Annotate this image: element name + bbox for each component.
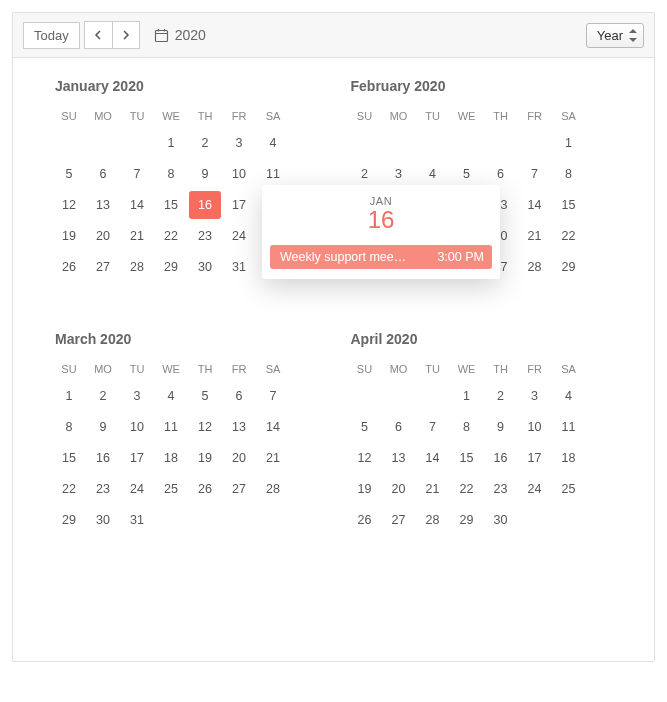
day-cell[interactable]: 15 bbox=[451, 444, 483, 472]
day-cell[interactable]: 31 bbox=[121, 506, 153, 534]
day-cell[interactable]: 6 bbox=[223, 382, 255, 410]
day-cell[interactable]: 8 bbox=[53, 413, 85, 441]
day-cell[interactable]: 5 bbox=[189, 382, 221, 410]
day-cell[interactable]: 5 bbox=[349, 413, 381, 441]
day-cell[interactable]: 7 bbox=[519, 160, 551, 188]
day-cell[interactable]: 6 bbox=[383, 413, 415, 441]
day-cell[interactable]: 13 bbox=[383, 444, 415, 472]
day-cell[interactable]: 7 bbox=[257, 382, 289, 410]
day-cell[interactable]: 5 bbox=[451, 160, 483, 188]
day-cell[interactable]: 1 bbox=[553, 129, 585, 157]
day-cell[interactable]: 22 bbox=[155, 222, 187, 250]
day-cell[interactable]: 19 bbox=[189, 444, 221, 472]
day-cell[interactable]: 20 bbox=[383, 475, 415, 503]
day-cell[interactable]: 28 bbox=[257, 475, 289, 503]
day-cell[interactable]: 7 bbox=[417, 413, 449, 441]
day-cell[interactable]: 4 bbox=[257, 129, 289, 157]
prev-button[interactable] bbox=[84, 21, 112, 49]
day-cell[interactable]: 14 bbox=[257, 413, 289, 441]
day-cell[interactable]: 3 bbox=[519, 382, 551, 410]
day-cell[interactable]: 12 bbox=[53, 191, 85, 219]
day-cell[interactable]: 4 bbox=[417, 160, 449, 188]
day-cell[interactable]: 30 bbox=[189, 253, 221, 281]
day-cell[interactable]: 3 bbox=[223, 129, 255, 157]
day-cell[interactable]: 29 bbox=[53, 506, 85, 534]
day-cell[interactable]: 20 bbox=[87, 222, 119, 250]
next-button[interactable] bbox=[112, 21, 140, 49]
day-cell[interactable]: 29 bbox=[155, 253, 187, 281]
day-cell[interactable]: 16 bbox=[87, 444, 119, 472]
day-cell[interactable]: 23 bbox=[87, 475, 119, 503]
day-cell[interactable]: 29 bbox=[553, 253, 585, 281]
today-button[interactable]: Today bbox=[23, 22, 80, 49]
day-cell[interactable]: 24 bbox=[519, 475, 551, 503]
day-cell[interactable]: 2 bbox=[485, 382, 517, 410]
day-cell[interactable]: 12 bbox=[189, 413, 221, 441]
day-cell[interactable]: 13 bbox=[87, 191, 119, 219]
day-cell[interactable]: 11 bbox=[553, 413, 585, 441]
day-cell[interactable]: 18 bbox=[155, 444, 187, 472]
day-cell[interactable]: 4 bbox=[553, 382, 585, 410]
day-cell[interactable]: 16 bbox=[189, 191, 221, 219]
day-cell[interactable]: 10 bbox=[223, 160, 255, 188]
day-cell[interactable]: 27 bbox=[223, 475, 255, 503]
day-cell[interactable]: 17 bbox=[519, 444, 551, 472]
day-cell[interactable]: 26 bbox=[349, 506, 381, 534]
day-cell[interactable]: 24 bbox=[223, 222, 255, 250]
day-cell[interactable]: 14 bbox=[519, 191, 551, 219]
day-cell[interactable]: 14 bbox=[121, 191, 153, 219]
day-cell[interactable]: 2 bbox=[349, 160, 381, 188]
day-cell[interactable]: 1 bbox=[451, 382, 483, 410]
day-cell[interactable]: 29 bbox=[451, 506, 483, 534]
day-cell[interactable]: 3 bbox=[383, 160, 415, 188]
day-cell[interactable]: 10 bbox=[519, 413, 551, 441]
day-cell[interactable]: 11 bbox=[155, 413, 187, 441]
day-cell[interactable]: 30 bbox=[485, 506, 517, 534]
day-cell[interactable]: 23 bbox=[485, 475, 517, 503]
day-cell[interactable]: 8 bbox=[553, 160, 585, 188]
day-cell[interactable]: 27 bbox=[87, 253, 119, 281]
day-cell[interactable]: 28 bbox=[121, 253, 153, 281]
day-cell[interactable]: 15 bbox=[53, 444, 85, 472]
day-cell[interactable]: 25 bbox=[155, 475, 187, 503]
day-cell[interactable]: 28 bbox=[417, 506, 449, 534]
day-cell[interactable]: 19 bbox=[349, 475, 381, 503]
day-cell[interactable]: 7 bbox=[121, 160, 153, 188]
view-select[interactable]: Year bbox=[586, 23, 644, 48]
day-cell[interactable]: 21 bbox=[519, 222, 551, 250]
day-cell[interactable]: 26 bbox=[189, 475, 221, 503]
day-cell[interactable]: 20 bbox=[223, 444, 255, 472]
day-cell[interactable]: 12 bbox=[349, 444, 381, 472]
day-cell[interactable]: 24 bbox=[121, 475, 153, 503]
day-cell[interactable]: 9 bbox=[87, 413, 119, 441]
day-cell[interactable]: 26 bbox=[53, 253, 85, 281]
day-cell[interactable]: 14 bbox=[417, 444, 449, 472]
day-cell[interactable]: 1 bbox=[53, 382, 85, 410]
day-cell[interactable]: 8 bbox=[155, 160, 187, 188]
day-cell[interactable]: 21 bbox=[417, 475, 449, 503]
day-cell[interactable]: 15 bbox=[155, 191, 187, 219]
day-cell[interactable]: 3 bbox=[121, 382, 153, 410]
day-cell[interactable]: 21 bbox=[257, 444, 289, 472]
day-cell[interactable]: 22 bbox=[53, 475, 85, 503]
day-cell[interactable]: 9 bbox=[485, 413, 517, 441]
day-cell[interactable]: 28 bbox=[519, 253, 551, 281]
day-cell[interactable]: 11 bbox=[257, 160, 289, 188]
day-cell[interactable]: 2 bbox=[87, 382, 119, 410]
day-cell[interactable]: 19 bbox=[53, 222, 85, 250]
day-cell[interactable]: 22 bbox=[451, 475, 483, 503]
day-cell[interactable]: 21 bbox=[121, 222, 153, 250]
day-cell[interactable]: 4 bbox=[155, 382, 187, 410]
day-cell[interactable]: 27 bbox=[383, 506, 415, 534]
day-cell[interactable]: 1 bbox=[155, 129, 187, 157]
day-cell[interactable]: 22 bbox=[553, 222, 585, 250]
day-cell[interactable]: 15 bbox=[553, 191, 585, 219]
day-cell[interactable]: 17 bbox=[121, 444, 153, 472]
day-cell[interactable]: 9 bbox=[189, 160, 221, 188]
day-cell[interactable]: 10 bbox=[121, 413, 153, 441]
day-cell[interactable]: 25 bbox=[553, 475, 585, 503]
day-cell[interactable]: 13 bbox=[223, 413, 255, 441]
day-cell[interactable]: 30 bbox=[87, 506, 119, 534]
day-cell[interactable]: 23 bbox=[189, 222, 221, 250]
day-cell[interactable]: 2 bbox=[189, 129, 221, 157]
